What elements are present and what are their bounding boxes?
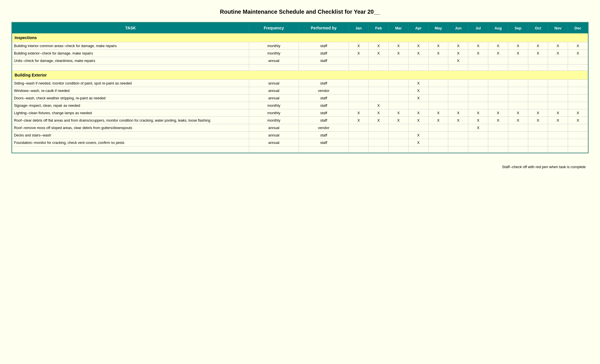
cell-frequency: annual xyxy=(249,94,299,102)
cell-month-apr xyxy=(408,57,428,65)
header-jul: Jul xyxy=(468,23,488,33)
cell-month-jan xyxy=(349,65,369,71)
cell-performed-by: vendor xyxy=(299,87,349,94)
cell-month-dec xyxy=(568,80,588,87)
cell-task: Siding--wash if needed, monitor conditio… xyxy=(12,80,249,87)
cell-month-mar xyxy=(389,94,409,102)
cell-month-aug xyxy=(488,94,508,102)
cell-frequency: monthly xyxy=(249,42,299,50)
cell-month-sep xyxy=(508,124,528,132)
cell-month-aug xyxy=(488,132,508,139)
table-row: Doors--wash, check weather stripping, re… xyxy=(12,94,588,102)
cell-month-aug xyxy=(488,80,508,87)
cell-month-jun: X xyxy=(448,57,468,65)
cell-month-jun: X xyxy=(448,109,468,117)
cell-month-oct xyxy=(528,87,548,94)
section-header-1: Building Exterior xyxy=(12,71,588,80)
header-sep: Sep xyxy=(508,23,528,33)
cell-month-sep xyxy=(508,65,528,71)
cell-performed-by: staff xyxy=(299,109,349,117)
cell-performed-by: staff xyxy=(299,117,349,124)
cell-month-mar xyxy=(389,102,409,109)
cell-month-dec: X xyxy=(568,109,588,117)
cell-frequency: annual xyxy=(249,57,299,65)
cell-month-dec: X xyxy=(568,50,588,57)
cell-frequency: monthly xyxy=(249,50,299,57)
cell-month-aug: X xyxy=(488,42,508,50)
cell-month-nov xyxy=(548,146,568,153)
cell-frequency: monthly xyxy=(249,117,299,124)
cell-month-jan: X xyxy=(349,117,369,124)
header-oct: Oct xyxy=(528,23,548,33)
cell-month-jan xyxy=(349,80,369,87)
cell-month-sep xyxy=(508,94,528,102)
cell-month-feb: X xyxy=(369,50,389,57)
cell-month-feb: X xyxy=(369,117,389,124)
cell-month-nov xyxy=(548,57,568,65)
table-row: Foundation--monitor for cracking, check … xyxy=(12,139,588,146)
cell-frequency: monthly xyxy=(249,109,299,117)
cell-task: Units--check for damage, cleanliness, ma… xyxy=(12,57,249,65)
cell-month-sep xyxy=(508,80,528,87)
cell-performed-by xyxy=(299,146,349,153)
cell-month-may xyxy=(428,80,448,87)
cell-month-oct xyxy=(528,124,548,132)
cell-month-jan xyxy=(349,132,369,139)
cell-month-dec xyxy=(568,65,588,71)
cell-month-apr: X xyxy=(408,117,428,124)
cell-month-nov xyxy=(548,139,568,146)
cell-frequency: monthly xyxy=(249,102,299,109)
cell-month-dec xyxy=(568,124,588,132)
cell-month-feb xyxy=(369,94,389,102)
cell-month-may xyxy=(428,132,448,139)
cell-month-oct xyxy=(528,57,548,65)
cell-month-dec xyxy=(568,139,588,146)
cell-frequency: annual xyxy=(249,139,299,146)
cell-month-apr: X xyxy=(408,94,428,102)
cell-month-jan: X xyxy=(349,50,369,57)
cell-month-dec xyxy=(568,102,588,109)
cell-month-jan xyxy=(349,146,369,153)
cell-month-apr: X xyxy=(408,80,428,87)
cell-month-jan xyxy=(349,124,369,132)
header-frequency: Frequency xyxy=(249,23,299,33)
cell-month-may xyxy=(428,94,448,102)
cell-month-apr: X xyxy=(408,139,428,146)
cell-month-apr: X xyxy=(408,50,428,57)
cell-task: Decks and stairs--wash xyxy=(12,132,249,139)
cell-month-mar: X xyxy=(389,117,409,124)
cell-month-may xyxy=(428,102,448,109)
cell-month-sep xyxy=(508,132,528,139)
cell-month-apr xyxy=(408,146,428,153)
cell-month-aug xyxy=(488,57,508,65)
cell-month-mar xyxy=(389,80,409,87)
cell-month-jan xyxy=(349,139,369,146)
cell-month-sep xyxy=(508,102,528,109)
cell-month-feb xyxy=(369,132,389,139)
table-row: Lighting--clean fixtures, change lamps a… xyxy=(12,109,588,117)
cell-month-mar xyxy=(389,87,409,94)
cell-month-dec: X xyxy=(568,42,588,50)
cell-month-nov xyxy=(548,102,568,109)
cell-month-sep: X xyxy=(508,50,528,57)
cell-month-oct: X xyxy=(528,50,548,57)
table-body: InspectionsBuilding interior common area… xyxy=(12,33,588,153)
cell-month-apr: X xyxy=(408,132,428,139)
cell-month-nov: X xyxy=(548,117,568,124)
cell-task: Building exterior--check for damage, mak… xyxy=(12,50,249,57)
cell-month-jun xyxy=(448,80,468,87)
cell-month-nov: X xyxy=(548,42,568,50)
cell-month-nov xyxy=(548,124,568,132)
cell-task: Roof--remove moss off sloped areas, clea… xyxy=(12,124,249,132)
cell-month-oct xyxy=(528,146,548,153)
cell-month-aug: X xyxy=(488,117,508,124)
cell-month-jun xyxy=(448,132,468,139)
cell-month-jul: X xyxy=(468,42,488,50)
cell-month-jun xyxy=(448,102,468,109)
cell-month-jun: X xyxy=(448,42,468,50)
cell-task: Roof--clear debris off flat areas and fr… xyxy=(12,117,249,124)
cell-month-jun xyxy=(448,146,468,153)
cell-month-jan xyxy=(349,94,369,102)
cell-month-sep: X xyxy=(508,117,528,124)
table-row: Windows--wash, re-caulk if neededannualv… xyxy=(12,87,588,94)
